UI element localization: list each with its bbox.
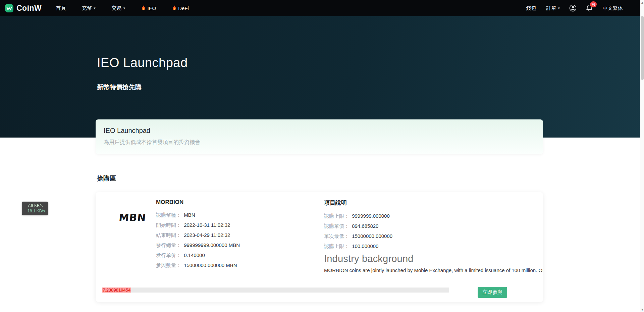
detail-label: 認購幣種： [156,212,181,218]
fire-icon [172,5,177,11]
download-speed: 18.1 KB/s [28,209,45,213]
detail-label: 發行總量： [156,242,181,248]
coinw-logo[interactable]: CoinW [5,4,42,13]
progress-value: 7.2389819454 [102,288,131,293]
nav-label: 交易 [112,5,122,11]
nav-item-orders[interactable]: 訂單 ▾ [546,5,560,11]
detail-value: MBN [184,212,195,218]
table-row: 發行總量： 999999999.000000 MBN [156,240,317,250]
nav-item-wallet[interactable]: 錢包 [526,5,536,11]
detail-value: 100.000000 [352,243,378,249]
nav-item-home[interactable]: 首頁 [56,5,66,11]
page-title: IEO Launchpad [97,56,644,70]
nav-label: 訂單 [546,5,556,11]
nav-label: 充幣 [82,5,92,11]
table-row: 認購上限： 9999999.000000 [324,211,543,221]
project-description-column: 項目說明 認購上限： 9999999.000000 認購單價： 894.6858… [324,199,543,273]
chevron-down-icon: ▾ [558,6,560,10]
notification-bell[interactable]: 76 [586,4,593,12]
table-row: 參與數量： 15000000.000000 MBN [156,260,317,270]
user-avatar[interactable] [569,4,577,12]
project-card: MBN MORBION 認購幣種： MBN 開始時間： 2022-10-31 1… [96,192,543,302]
nav-item-ieo[interactable]: IEO [141,5,156,11]
detail-value: 9999999.000000 [352,213,390,219]
detail-value: 0.140000 [184,252,205,258]
detail-label: 发行单价： [156,252,181,258]
fire-icon [141,5,146,11]
detail-label: 認購單價： [324,223,349,229]
main-content: IEO Launchpad 為用戶提供低成本搶首發項目的投資機會 搶購區 MBN… [96,119,543,302]
download-arrow-icon: ↓ [25,209,27,213]
nav-label: 錢包 [526,5,536,11]
brand-name: CoinW [16,4,42,13]
detail-value: 2022-10-31 11:02:32 [184,222,230,228]
table-row: 開始時間： 2022-10-31 11:02:32 [156,220,317,230]
scroll-up-arrow-icon[interactable]: ▲ [640,1,644,4]
nav-label: IEO [147,5,156,11]
upload-speed: 7.9 KB/s [28,203,43,208]
detail-value: 894.685820 [352,223,378,229]
detail-label: 參與數量： [156,262,181,268]
detail-label: 開始時間： [156,222,181,228]
scrollbar-thumb[interactable] [641,16,644,80]
nav-item-deposit[interactable]: 充幣 ▾ [82,5,96,11]
language-selector[interactable]: 中文繁体 [603,5,623,11]
nav-label: 首頁 [56,5,66,11]
detail-value: 15000000.000000 [352,233,392,239]
coinw-logo-icon [5,4,14,13]
detail-label: 結束時間： [156,232,181,238]
table-row: 結束時間： 2023-04-29 11:02:32 [156,230,317,240]
nav-label: 中文繁体 [603,5,623,11]
table-row: 認購單價： 894.685820 [324,221,543,231]
project-info-column: MORBION 認購幣種： MBN 開始時間： 2022-10-31 11:02… [156,199,317,270]
project-logo: MBN [110,212,155,223]
scroll-down-arrow-icon[interactable]: ▼ [640,308,644,311]
detail-label: 單次最低： [324,233,349,239]
article-heading: Industry background [324,253,543,264]
detail-value: 15000000.000000 MBN [184,262,237,268]
subscription-progress-bar: 7.2389819454 [102,288,449,293]
nav-item-defi[interactable]: DeFi [172,5,189,11]
network-speed-overlay: ↑7.9 KB/s ↓18.1 KB/s [22,202,48,215]
join-now-button[interactable]: 立即參與 [478,287,507,298]
detail-value: 2023-04-29 11:02:32 [184,232,230,238]
table-row: 認購幣種： MBN [156,210,317,220]
notification-badge: 76 [590,1,597,7]
user-icon [569,4,577,12]
ieo-intro-card: IEO Launchpad 為用戶提供低成本搶首發項目的投資機會 [96,119,543,154]
chevron-down-icon: ▾ [123,6,125,10]
page-subtitle: 新幣特價搶先購 [97,83,644,92]
section-title: 搶購區 [96,174,543,183]
detail-label: 認購上限： [324,213,349,219]
intro-description: 為用戶提供低成本搶首發項目的投資機會 [104,139,535,146]
description-title: 項目說明 [324,199,543,207]
table-row: 发行单价： 0.140000 [156,250,317,260]
table-row: 單次最低： 15000000.000000 [324,231,543,241]
nav-item-trade[interactable]: 交易 ▾ [112,5,125,11]
project-name: MORBION [156,199,317,206]
detail-value: 999999999.000000 MBN [184,242,240,248]
table-row: 認購上限： 100.000000 [324,241,543,251]
intro-title: IEO Launchpad [104,127,535,135]
chevron-down-icon: ▾ [94,6,96,10]
nav-label: DeFi [178,5,189,11]
detail-label: 認購上限： [324,243,349,249]
upload-arrow-icon: ↑ [25,203,27,208]
vertical-scrollbar[interactable]: ▲ ▼ [640,0,644,312]
top-navbar: CoinW 首頁 充幣 ▾ 交易 ▾ IEO [0,0,644,16]
article-text: MORBION coins are jointly launched by Mo… [324,267,543,273]
main-nav: 首頁 充幣 ▾ 交易 ▾ IEO DeFi [56,5,205,11]
